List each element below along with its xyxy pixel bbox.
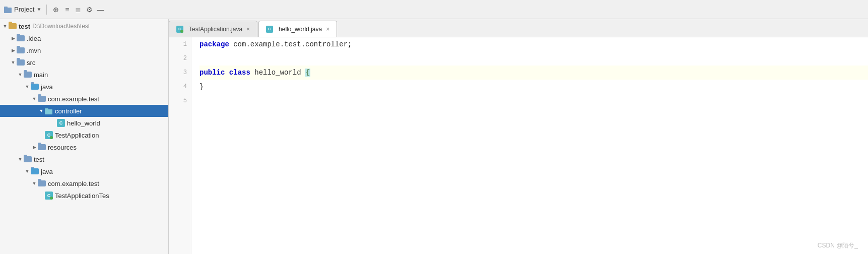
watermark: CSDN @陌兮_ bbox=[818, 241, 858, 250]
project-sidebar: ▼ test D:\Download\test\test ▶ .idea ▶ .… bbox=[0, 19, 169, 254]
tab-testapplication[interactable]: C TestApplication.java × bbox=[169, 21, 257, 37]
line-num-2: 2 bbox=[169, 51, 187, 66]
tabs-bar: C TestApplication.java × C hello_world.j… bbox=[169, 19, 868, 37]
main-label: main bbox=[34, 71, 48, 79]
svg-rect-3 bbox=[45, 108, 48, 110]
sidebar-item-testapplicationtes[interactable]: ▶ C TestApplicationTes bbox=[0, 189, 168, 202]
sidebar-item-com-example-test2[interactable]: ▼ com.example.test bbox=[0, 177, 168, 189]
main-folder-icon bbox=[23, 71, 32, 79]
java-folder-icon bbox=[30, 83, 39, 91]
src-arrow: ▼ bbox=[10, 60, 16, 65]
res-folder-icon bbox=[37, 143, 46, 151]
close-panel-icon[interactable]: — bbox=[96, 6, 104, 14]
java2-arrow: ▼ bbox=[24, 169, 30, 174]
project-label[interactable]: Project ▼ bbox=[4, 6, 41, 14]
java-arrow: ▼ bbox=[24, 84, 30, 89]
test-arrow: ▼ bbox=[17, 157, 23, 162]
line-numbers: 1 2 3 4 5 bbox=[169, 37, 191, 254]
sidebar-item-java2[interactable]: ▼ java bbox=[0, 165, 168, 177]
code-line-1: package com.example.test.controller; bbox=[199, 37, 868, 51]
sidebar-item-test[interactable]: ▼ test bbox=[0, 153, 168, 165]
code-line-4: } bbox=[199, 80, 868, 94]
sidebar-item-idea[interactable]: ▶ .idea bbox=[0, 32, 168, 44]
controller-folder-icon bbox=[44, 107, 53, 115]
hw-label: hello_world bbox=[67, 119, 100, 127]
svg-rect-1 bbox=[4, 7, 8, 9]
sidebar-item-com-example-test[interactable]: ▼ com.example.test bbox=[0, 93, 168, 105]
controller-label: controller bbox=[55, 107, 82, 115]
sidebar-item-controller[interactable]: ▼ controller bbox=[0, 105, 168, 117]
com-arrow: ▼ bbox=[31, 96, 37, 101]
com-label: com.example.test bbox=[48, 95, 99, 103]
src-folder-icon bbox=[16, 58, 25, 67]
sidebar-item-java[interactable]: ▼ java bbox=[0, 81, 168, 93]
sidebar-item-hello-world[interactable]: ▶ C hello_world bbox=[0, 117, 168, 129]
tab2-close[interactable]: × bbox=[325, 26, 330, 33]
java2-label: java bbox=[41, 168, 53, 175]
dropdown-arrow[interactable]: ▼ bbox=[36, 7, 41, 12]
code-line-5 bbox=[199, 94, 868, 108]
controller-arrow: ▼ bbox=[38, 108, 44, 113]
project-title: Project bbox=[14, 6, 34, 13]
folder-icon bbox=[4, 6, 12, 14]
tat-label: TestApplicationTes bbox=[55, 192, 109, 200]
test-label: test bbox=[34, 156, 44, 163]
test-folder-icon bbox=[23, 155, 32, 163]
root-path: D:\Download\test\test bbox=[32, 23, 90, 30]
settings-icon[interactable]: ⚙ bbox=[85, 6, 93, 14]
toolbar-separator bbox=[46, 5, 47, 15]
idea-arrow: ▶ bbox=[10, 36, 16, 41]
editor-area: C TestApplication.java × C hello_world.j… bbox=[169, 19, 868, 254]
root-label: test bbox=[19, 23, 30, 30]
code-line-2 bbox=[199, 51, 868, 66]
sidebar-item-main[interactable]: ▼ main bbox=[0, 69, 168, 81]
com2-label: com.example.test bbox=[48, 180, 99, 187]
com2-arrow: ▼ bbox=[31, 181, 37, 186]
tab2-icon: C bbox=[265, 25, 274, 33]
src-label: src bbox=[27, 59, 35, 67]
tab1-label: TestApplication.java bbox=[189, 26, 242, 33]
mvn-folder-icon bbox=[16, 46, 25, 54]
idea-folder-icon bbox=[16, 34, 25, 42]
add-icon[interactable]: ⊕ bbox=[52, 6, 60, 14]
tree-root[interactable]: ▼ test D:\Download\test\test bbox=[0, 20, 168, 32]
com2-folder-icon bbox=[37, 179, 46, 187]
res-arrow: ▶ bbox=[31, 145, 37, 150]
code-line-3: public class hello_world { bbox=[199, 66, 868, 80]
line-num-5: 5 bbox=[169, 94, 187, 108]
java-label: java bbox=[41, 83, 53, 91]
expand-icon[interactable]: ≣ bbox=[74, 6, 82, 14]
main-area: ▼ test D:\Download\test\test ▶ .idea ▶ .… bbox=[0, 19, 868, 254]
main-arrow: ▼ bbox=[17, 72, 23, 77]
res-label: resources bbox=[48, 144, 77, 151]
com-folder-icon bbox=[37, 95, 46, 103]
sidebar-item-mvn[interactable]: ▶ .mvn bbox=[0, 44, 168, 56]
sidebar-item-testapplication[interactable]: ▶ C TestApplication bbox=[0, 129, 168, 141]
ta-class-icon: C bbox=[44, 131, 53, 139]
ta-label: TestApplication bbox=[55, 132, 99, 139]
line-num-4: 4 bbox=[169, 80, 187, 94]
mvn-arrow: ▶ bbox=[10, 48, 16, 53]
java2-folder-icon bbox=[30, 167, 39, 175]
line-num-3: 3 bbox=[169, 66, 187, 80]
tab1-close[interactable]: × bbox=[245, 26, 251, 33]
sidebar-item-src[interactable]: ▼ src bbox=[0, 56, 168, 69]
collapse-icon[interactable]: ≡ bbox=[63, 6, 71, 14]
tab1-icon: C bbox=[175, 25, 184, 33]
sidebar-item-resources[interactable]: ▶ resources bbox=[0, 141, 168, 153]
tat-class-icon: C bbox=[44, 192, 53, 200]
line-num-1: 1 bbox=[169, 37, 187, 51]
idea-label: .idea bbox=[27, 35, 41, 42]
mvn-label: .mvn bbox=[27, 47, 41, 54]
code-content[interactable]: package com.example.test.controller; pub… bbox=[191, 37, 868, 254]
hw-class-icon: C bbox=[56, 119, 65, 127]
code-editor[interactable]: 1 2 3 4 5 package com.example.test.contr… bbox=[169, 37, 868, 254]
tab2-label: hello_world.java bbox=[279, 26, 322, 33]
root-arrow: ▼ bbox=[2, 24, 8, 29]
toolbar: Project ▼ ⊕ ≡ ≣ ⚙ — bbox=[0, 0, 868, 19]
tab-hello-world[interactable]: C hello_world.java × bbox=[258, 21, 337, 37]
root-folder-icon bbox=[8, 22, 17, 30]
